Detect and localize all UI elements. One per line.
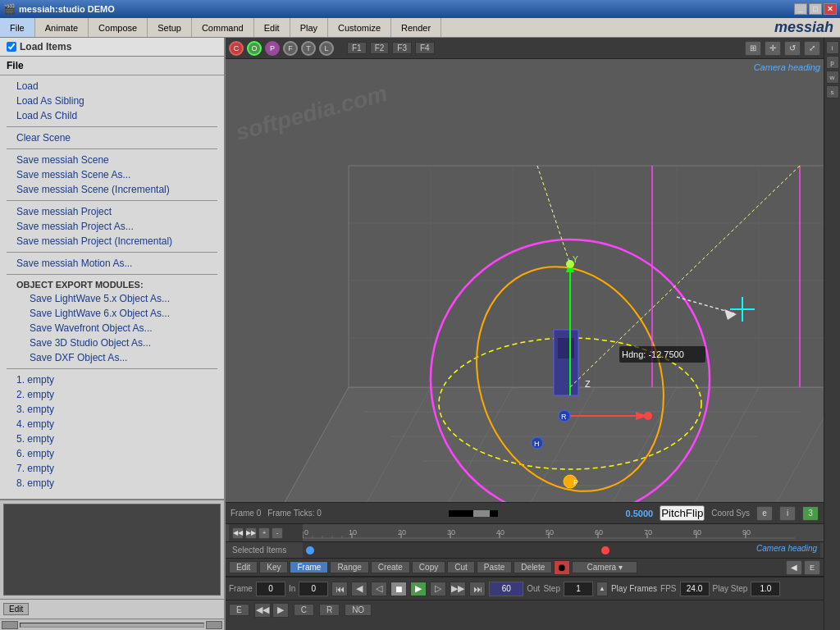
menu-save-dxf[interactable]: Save DXF Object As... <box>0 350 224 365</box>
status-no-btn[interactable]: NO <box>345 604 372 616</box>
camera-select[interactable]: Camera ▾ <box>572 561 637 573</box>
step-input[interactable] <box>564 582 593 596</box>
fkey-f1[interactable]: F1 <box>347 42 367 54</box>
coord-i-btn[interactable]: i <box>779 506 796 521</box>
tl-paste-button[interactable]: Paste <box>477 561 513 573</box>
menu-save-scene-incr[interactable]: Save messiah Scene (Incremental) <box>0 182 224 197</box>
frame-input[interactable] <box>256 582 285 596</box>
fkey-f3[interactable]: F3 <box>392 42 412 54</box>
menu-compose[interactable]: Compose <box>89 18 148 37</box>
recent-7[interactable]: 7. empty <box>0 461 224 476</box>
play-fwd-btn[interactable]: ▶▶ <box>450 582 466 596</box>
menu-save-3ds[interactable]: Save 3D Studio Object As... <box>0 336 224 350</box>
file-dropdown[interactable]: File <box>0 57 224 75</box>
status-r-btn[interactable]: R <box>319 604 340 616</box>
play-back-btn[interactable]: ◀ <box>351 582 368 596</box>
scroll-right[interactable] <box>206 621 222 629</box>
horizontal-scrollbar[interactable] <box>0 619 224 630</box>
pitch-flip-button[interactable]: PitchFlip <box>660 505 705 521</box>
mode-f-button[interactable]: F <box>283 41 298 56</box>
scroll-left[interactable] <box>2 621 18 629</box>
prev-frame-btn[interactable]: ⏮ <box>331 582 348 596</box>
menu-animate[interactable]: Animate <box>35 18 89 37</box>
menu-file[interactable]: File <box>0 18 35 37</box>
menu-save-project-incr[interactable]: Save messiah Project (Incremental) <box>0 234 224 249</box>
ruler-btn-2[interactable]: ▶▶ <box>245 527 257 539</box>
tl-edit-button[interactable]: Edit <box>229 561 258 573</box>
record-button[interactable]: ⏺ <box>554 560 570 575</box>
fps-input[interactable] <box>680 582 710 596</box>
recent-4[interactable]: 4. empty <box>0 417 224 431</box>
tl-range-button[interactable]: Range <box>330 561 368 573</box>
step-up[interactable]: ▲ <box>596 582 608 596</box>
recent-8[interactable]: 8. empty <box>0 476 224 491</box>
track-area[interactable]: Camera heading <box>303 542 820 558</box>
edit-button[interactable]: Edit <box>3 603 29 615</box>
tl-frame-button[interactable]: Frame <box>290 561 328 573</box>
menu-load-child[interactable]: Load As Child <box>0 108 224 123</box>
viewport-3d[interactable]: softpedia.com <box>226 59 824 502</box>
timeline-marker-end[interactable] <box>601 546 609 555</box>
tl-e-btn[interactable]: E <box>804 560 820 575</box>
menu-command[interactable]: Command <box>192 18 254 37</box>
timeline-marker-start[interactable] <box>306 546 314 555</box>
recent-6[interactable]: 6. empty <box>0 446 224 461</box>
tl-create-button[interactable]: Create <box>371 561 410 573</box>
play-step-input[interactable] <box>751 582 780 596</box>
menu-customize[interactable]: Customize <box>328 18 391 37</box>
menu-save-lw6[interactable]: Save LightWave 6.x Object As... <box>0 306 224 321</box>
maximize-button[interactable]: □ <box>809 3 822 15</box>
menu-render[interactable]: Render <box>391 18 441 37</box>
stop-btn[interactable]: ⏹ <box>390 582 407 596</box>
close-button[interactable]: ✕ <box>824 3 837 15</box>
menu-save-lw5[interactable]: Save LightWave 5.x Object As... <box>0 291 224 306</box>
menu-save-motion[interactable]: Save messiah Motion As... <box>0 256 224 271</box>
mode-p-button[interactable]: P <box>265 41 280 56</box>
viewport-icon-2[interactable]: ✛ <box>765 41 781 56</box>
ruler-zoom-out[interactable]: - <box>272 527 283 539</box>
step-fwd-btn[interactable]: ▷ <box>430 582 446 596</box>
recent-2[interactable]: 2. empty <box>0 387 224 402</box>
menu-save-project-as[interactable]: Save messiah Project As... <box>0 219 224 234</box>
menu-setup[interactable]: Setup <box>148 18 192 37</box>
menu-clear-scene[interactable]: Clear Scene <box>0 130 224 145</box>
viewport-icon-1[interactable]: ⊞ <box>745 41 761 56</box>
tl-copy-button[interactable]: Copy <box>412 561 445 573</box>
minimize-button[interactable]: _ <box>794 3 807 15</box>
fkey-f4[interactable]: F4 <box>415 42 435 54</box>
mini-btn-w[interactable]: w <box>826 71 839 84</box>
mini-btn-i[interactable]: i <box>826 41 839 54</box>
viewport-icon-3[interactable]: ↺ <box>784 41 801 56</box>
step-back-btn[interactable]: ◁ <box>371 582 387 596</box>
recent-5[interactable]: 5. empty <box>0 431 224 446</box>
tl-cut-button[interactable]: Cut <box>447 561 475 573</box>
coord-3-btn[interactable]: 3 <box>802 506 819 521</box>
play-btn[interactable]: ▶ <box>410 582 427 596</box>
mini-btn-p[interactable]: p <box>826 56 839 69</box>
menu-save-scene-as[interactable]: Save messiah Scene As... <box>0 167 224 182</box>
menu-play[interactable]: Play <box>290 18 328 37</box>
status-play[interactable]: ▶ <box>272 603 289 618</box>
mode-l-button[interactable]: L <box>319 41 334 56</box>
menu-edit[interactable]: Edit <box>254 18 290 37</box>
status-prev[interactable]: ◀◀ <box>254 603 271 618</box>
end-frame-input[interactable] <box>489 582 523 596</box>
viewport-icon-4[interactable]: ⤢ <box>804 41 820 56</box>
ruler-zoom[interactable]: + <box>258 527 270 539</box>
status-e-btn[interactable]: E <box>229 604 249 616</box>
menu-save-wavefront[interactable]: Save Wavefront Object As... <box>0 321 224 336</box>
mode-c-button[interactable]: C <box>229 41 244 56</box>
tl-delete-button[interactable]: Delete <box>514 561 552 573</box>
menu-load-sibling[interactable]: Load As Sibling <box>0 94 224 108</box>
recent-1[interactable]: 1. empty <box>0 372 224 387</box>
tl-prev[interactable]: ◀ <box>786 560 802 575</box>
next-frame-btn[interactable]: ⏭ <box>469 582 486 596</box>
ruler-btn-1[interactable]: ◀◀ <box>232 527 244 539</box>
tl-key-button[interactable]: Key <box>259 561 288 573</box>
load-items-checkbox[interactable] <box>7 42 16 52</box>
status-c-btn[interactable]: C <box>294 604 314 616</box>
recent-3[interactable]: 3. empty <box>0 402 224 417</box>
menu-load[interactable]: Load <box>0 79 224 94</box>
in-input[interactable] <box>299 582 328 596</box>
menu-save-project[interactable]: Save messiah Project <box>0 204 224 219</box>
